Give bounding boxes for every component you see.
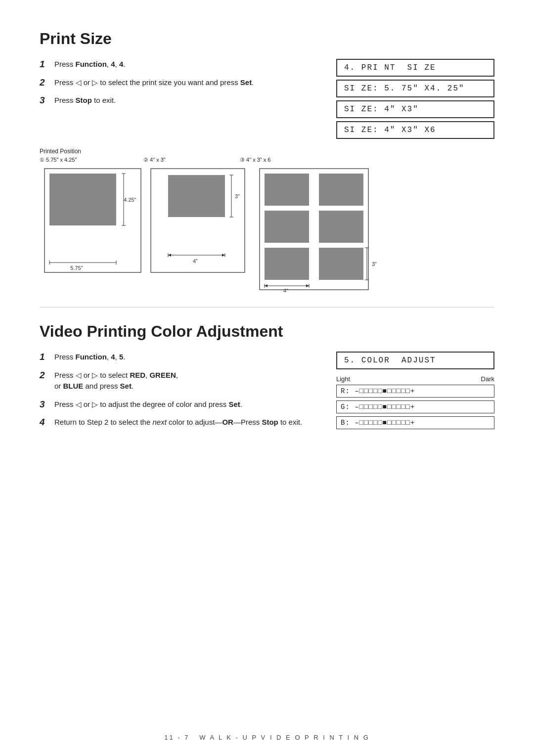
step-1-text: Press Function, 4, 4. [54, 59, 125, 70]
section-divider [40, 307, 494, 308]
color-bar-b: B: –□□□□□■□□□□□+ [336, 416, 494, 429]
color-bar-r: R: –□□□□□■□□□□□+ [336, 385, 494, 398]
step-3-text: Press Stop to exit. [54, 95, 116, 106]
step-2-num: 2 [40, 77, 49, 88]
svg-text:5.75": 5.75" [70, 265, 83, 271]
svg-text:3": 3" [372, 261, 377, 267]
print-size-section: Print Size 1 Press Function, 4, 4. 2 Pre… [40, 30, 494, 292]
svg-text:3": 3" [235, 193, 240, 199]
page-number: 11 - 7 [164, 734, 189, 741]
print-diagrams-svg: 5.75" 4.25" 3" 4" [40, 166, 470, 292]
svg-text:4.25": 4.25" [124, 197, 136, 203]
svg-text:4": 4" [283, 288, 288, 292]
sublabel-3: ③ 4" x 3" x 6 [240, 157, 344, 163]
svg-rect-26 [319, 211, 363, 243]
dark-label: Dark [481, 375, 494, 383]
step-1: 1 Press Function, 4, 4. [40, 59, 316, 70]
sublabel-1: ① 5.75" x 4.25" [40, 157, 143, 163]
color-bar-g: G: –□□□□□■□□□□□+ [336, 400, 494, 413]
color-step-1-text: Press Function, 4, 5. [54, 352, 125, 363]
diagrams-area: Printed Position ① 5.75" x 4.25" ② 4" x … [40, 148, 494, 292]
color-bar-container: Light Dark R: –□□□□□■□□□□□+ G: –□□□□□■□□… [336, 375, 494, 429]
page-footer: 11 - 7 W A L K - U P V I D E O P R I N T… [0, 734, 534, 741]
svg-marker-38 [306, 284, 309, 287]
svg-text:4": 4" [193, 258, 198, 264]
svg-rect-24 [319, 174, 363, 206]
sublabels: ① 5.75" x 4.25" ② 4" x 3" ③ 4" x 3" x 6 [40, 157, 494, 163]
svg-marker-20 [168, 254, 171, 257]
light-label: Light [336, 375, 350, 383]
svg-rect-27 [265, 248, 309, 280]
step-2-text: Press ◁ or ▷ to select the print size yo… [54, 77, 254, 89]
color-step-3-text: Press ◁ or ▷ to adjust the degree of col… [54, 399, 242, 410]
svg-rect-28 [319, 248, 363, 280]
color-step-4: 4 Return to Step 2 to select the next co… [40, 417, 316, 428]
color-step-4-num: 4 [40, 417, 49, 428]
color-lcd-area: 5. COLOR ADJUST Light Dark R: –□□□□□■□□□… [336, 352, 494, 432]
printed-position-label: Printed Position [40, 148, 494, 155]
video-color-section: Video Printing Color Adjustment 1 Press … [40, 322, 494, 435]
step-1-num: 1 [40, 59, 49, 70]
color-lcd-title: 5. COLOR ADJUST [336, 352, 494, 369]
color-bar-header: Light Dark [336, 375, 494, 383]
print-size-steps: 1 Press Function, 4, 4. 2 Press ◁ or ▷ t… [40, 59, 316, 113]
color-step-1-num: 1 [40, 352, 49, 362]
step-3: 3 Press Stop to exit. [40, 95, 316, 106]
color-step-4-text: Return to Step 2 to select the next colo… [54, 417, 302, 428]
svg-rect-23 [265, 174, 309, 206]
svg-rect-1 [49, 174, 116, 225]
color-steps: 1 Press Function, 4, 5. 2 Press ◁ or ▷ t… [40, 352, 316, 435]
color-step-2-text: Press ◁ or ▷ to select RED, GREEN,or BLU… [54, 370, 178, 392]
color-step-3: 3 Press ◁ or ▷ to adjust the degree of c… [40, 399, 316, 410]
svg-rect-25 [265, 211, 309, 243]
svg-rect-11 [168, 175, 225, 217]
lcd-box-3: SI ZE: 4" X3" [336, 100, 494, 118]
color-step-3-num: 3 [40, 399, 49, 410]
svg-marker-37 [265, 284, 267, 287]
step-2: 2 Press ◁ or ▷ to select the print size … [40, 77, 316, 89]
video-color-title: Video Printing Color Adjustment [40, 322, 494, 341]
print-size-title: Print Size [40, 30, 494, 48]
lcd-box-1: 4. PRI NT SI ZE [336, 59, 494, 77]
footer-text: W A L K - U P V I D E O P R I N T I N G [199, 734, 370, 741]
print-size-lcd-boxes: 4. PRI NT SI ZE SI ZE: 5. 75" X4. 25" SI… [336, 59, 494, 139]
lcd-box-4: SI ZE: 4" X3" X6 [336, 121, 494, 139]
color-step-2-num: 2 [40, 370, 49, 381]
color-step-1: 1 Press Function, 4, 5. [40, 352, 316, 363]
sublabel-2: ② 4" x 3" [143, 157, 240, 163]
color-step-2: 2 Press ◁ or ▷ to select RED, GREEN,or B… [40, 370, 316, 392]
svg-marker-21 [222, 254, 225, 257]
step-3-num: 3 [40, 95, 49, 106]
lcd-box-2: SI ZE: 5. 75" X4. 25" [336, 80, 494, 97]
